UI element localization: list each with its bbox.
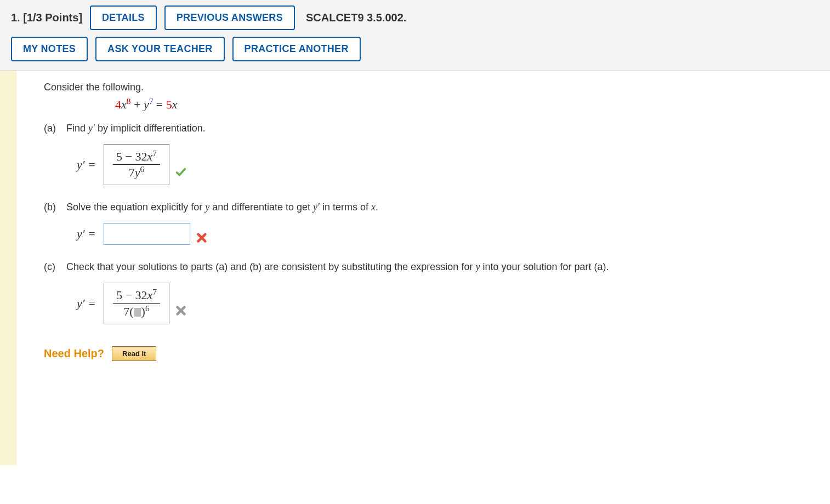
previous-answers-button[interactable]: PREVIOUS ANSWERS bbox=[164, 5, 295, 30]
problem-equation: 4x8 + y7 = 5x bbox=[115, 98, 819, 112]
part-b-prefix: y′ = bbox=[77, 227, 96, 241]
x-icon bbox=[196, 232, 208, 244]
intro-text: Consider the following. bbox=[44, 82, 819, 93]
blank-placeholder[interactable] bbox=[134, 308, 141, 317]
accent-bar bbox=[0, 71, 16, 465]
help-row: Need Help? Read It bbox=[44, 346, 819, 361]
part-c-answer-box[interactable]: 5 − 32x7 7()6 bbox=[104, 283, 169, 324]
question-header: 1. [1/3 Points] DETAILS PREVIOUS ANSWERS… bbox=[0, 0, 830, 71]
part-c-text: Check that your solutions to parts (a) a… bbox=[66, 261, 609, 272]
part-a-answer-row: y′ = 5 − 32x7 7y6 bbox=[77, 144, 819, 185]
details-button[interactable]: DETAILS bbox=[90, 5, 157, 30]
part-a-text: Find y′ by implicit differentiation. bbox=[66, 123, 206, 134]
part-b: (b) Solve the equation explicitly for y … bbox=[44, 202, 819, 245]
read-it-button[interactable]: Read It bbox=[112, 346, 156, 361]
x-icon bbox=[175, 287, 187, 320]
need-help-label: Need Help? bbox=[44, 347, 104, 360]
part-b-answer-box[interactable] bbox=[104, 223, 190, 245]
part-b-answer-row: y′ = bbox=[77, 223, 819, 245]
part-c-answer-row: y′ = 5 − 32x7 7()6 bbox=[77, 283, 819, 324]
header-row-1: 1. [1/3 Points] DETAILS PREVIOUS ANSWERS… bbox=[11, 5, 819, 30]
part-b-label: (b) bbox=[44, 202, 64, 213]
part-b-text: Solve the equation explicitly for y and … bbox=[66, 202, 378, 213]
my-notes-button[interactable]: MY NOTES bbox=[11, 37, 88, 61]
part-c-label: (c) bbox=[44, 261, 64, 273]
part-a-label: (a) bbox=[44, 123, 64, 134]
part-a: (a) Find y′ by implicit differentiation.… bbox=[44, 123, 819, 185]
header-row-2: MY NOTES ASK YOUR TEACHER PRACTICE ANOTH… bbox=[11, 37, 819, 61]
part-c: (c) Check that your solutions to parts (… bbox=[44, 261, 819, 324]
check-icon bbox=[175, 148, 187, 181]
part-a-prefix: y′ = bbox=[77, 158, 96, 172]
question-number: 1. [1/3 Points] bbox=[11, 12, 82, 24]
part-c-prefix: y′ = bbox=[77, 296, 96, 311]
practice-another-button[interactable]: PRACTICE ANOTHER bbox=[232, 37, 361, 61]
question-content: Consider the following. 4x8 + y7 = 5x (a… bbox=[16, 71, 830, 465]
part-a-answer-box[interactable]: 5 − 32x7 7y6 bbox=[104, 144, 169, 185]
ask-teacher-button[interactable]: ASK YOUR TEACHER bbox=[95, 37, 225, 61]
source-label: SCALCET9 3.5.002. bbox=[306, 12, 406, 24]
